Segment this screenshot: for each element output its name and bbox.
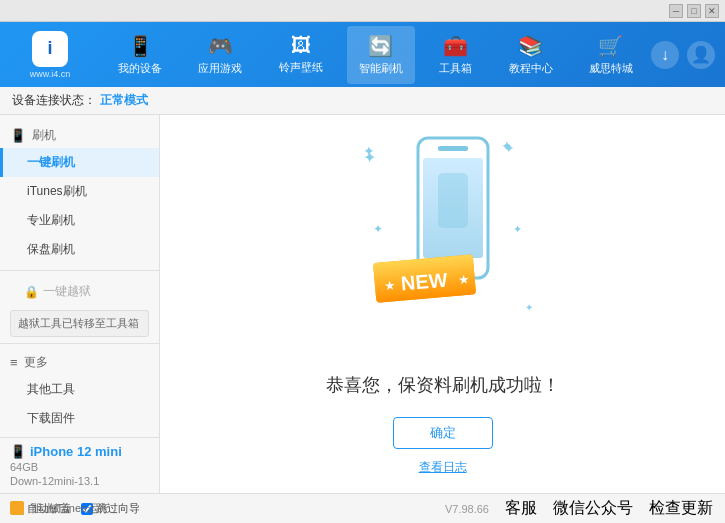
user-button[interactable]: 👤	[687, 41, 715, 69]
device-info: 📱 iPhone 12 mini 64GB Down-12mini-13.1	[0, 438, 160, 493]
svg-text:✦: ✦	[513, 223, 522, 235]
sidebar-bottom: 📱 iPhone 12 mini 64GB Down-12mini-13.1	[0, 437, 160, 493]
footer-link-update[interactable]: 检查更新	[649, 498, 713, 519]
download-firmware-label: 下载固件	[27, 411, 75, 425]
flash-group-icon: 📱	[10, 128, 26, 143]
divider-2	[0, 343, 159, 344]
logo-url: www.i4.cn	[30, 69, 71, 79]
phone-illustration: ✦ ✦ ✦	[343, 133, 543, 353]
sidebar-item-one-key-flash[interactable]: 一键刷机	[0, 148, 159, 177]
nav-label-my-device: 我的设备	[118, 61, 162, 76]
svg-rect-4	[438, 173, 468, 228]
pro-flash-label: 专业刷机	[27, 213, 75, 227]
one-key-flash-label: 一键刷机	[27, 155, 75, 169]
logo-icon: i	[32, 31, 68, 67]
mall-icon: 🛒	[598, 34, 623, 58]
logo[interactable]: i www.i4.cn	[10, 31, 90, 79]
version-text: V7.98.66	[445, 503, 489, 515]
jailbreak-notice-text: 越狱工具已转移至工具箱	[18, 317, 139, 329]
phone-icon: 📱	[128, 34, 153, 58]
logo-letter: i	[47, 38, 52, 59]
more-group-label: 更多	[24, 354, 48, 371]
itunes-running: 阻止iTunes运行	[0, 493, 109, 523]
success-message: 恭喜您，保资料刷机成功啦！	[326, 373, 560, 397]
status-value: 正常模式	[100, 92, 148, 109]
log-link[interactable]: 查看日志	[419, 459, 467, 476]
content-area: ✦ ✦ ✦	[160, 115, 725, 493]
window-controls[interactable]: ─ □ ✕	[669, 4, 719, 18]
sidebar-item-itunes-flash[interactable]: iTunes刷机	[0, 177, 159, 206]
header: i www.i4.cn 📱 我的设备 🎮 应用游戏 🖼 铃声壁纸 🔄 智能刷机 …	[0, 22, 725, 87]
nav-item-mall[interactable]: 🛒 威思特城	[577, 26, 645, 84]
divider-1	[0, 270, 159, 271]
close-button[interactable]: ✕	[705, 4, 719, 18]
svg-text:NEW: NEW	[399, 268, 448, 294]
sparkle-2: ✦	[501, 138, 513, 154]
sidebar-item-pro-flash[interactable]: 专业刷机	[0, 206, 159, 235]
nav-label-tutorial: 教程中心	[509, 61, 553, 76]
nav-item-ringtone-wallpaper[interactable]: 🖼 铃声壁纸	[267, 26, 335, 84]
maximize-button[interactable]: □	[687, 4, 701, 18]
nav-bar: 📱 我的设备 🎮 应用游戏 🖼 铃声壁纸 🔄 智能刷机 🧰 工具箱 📚 教程中心	[100, 26, 651, 84]
device-version: Down-12mini-13.1	[10, 475, 150, 487]
sidebar-group-jailbreak: 🔒 一键越狱	[0, 277, 159, 306]
nav-label-toolbox: 工具箱	[439, 61, 472, 76]
sidebar: 📱 刷机 一键刷机 iTunes刷机 专业刷机 保盘刷机 🔒 一键越狱 越狱工具…	[0, 115, 160, 493]
apps-icon: 🎮	[208, 34, 233, 58]
nav-item-smart-flash[interactable]: 🔄 智能刷机	[347, 26, 415, 84]
save-flash-label: 保盘刷机	[27, 242, 75, 256]
ringtone-icon: 🖼	[291, 34, 311, 57]
toolbox-icon: 🧰	[443, 34, 468, 58]
nav-item-tutorial[interactable]: 📚 教程中心	[497, 26, 565, 84]
flash-icon: 🔄	[368, 34, 393, 58]
other-tools-label: 其他工具	[27, 382, 75, 396]
device-name: 📱 iPhone 12 mini	[10, 444, 150, 459]
jailbreak-notice: 越狱工具已转移至工具箱	[10, 310, 149, 337]
sidebar-item-download-firmware[interactable]: 下载固件	[0, 404, 159, 433]
sidebar-item-other-tools[interactable]: 其他工具	[0, 375, 159, 404]
itunes-icon	[10, 501, 24, 515]
footer-link-wechat[interactable]: 微信公众号	[553, 498, 633, 519]
phone-svg: ★ NEW ★ ✦ ✦ ✦ ✦	[343, 133, 543, 353]
itunes-flash-label: iTunes刷机	[27, 184, 87, 198]
bottom-footer: 自动敏盖 跳过向导 阻止iTunes运行 V7.98.66 客服 微信公众号 检…	[0, 493, 725, 523]
sparkle-3: ✦	[525, 302, 533, 313]
sparkle-1: ✦	[363, 143, 375, 159]
sidebar-group-flash[interactable]: 📱 刷机	[0, 123, 159, 148]
nav-label-apps-games: 应用游戏	[198, 61, 242, 76]
main-layout: 📱 刷机 一键刷机 iTunes刷机 专业刷机 保盘刷机 🔒 一键越狱 越狱工具…	[0, 115, 725, 493]
lock-icon: 🔒	[24, 285, 39, 299]
nav-label-ringtone: 铃声壁纸	[279, 60, 323, 75]
minimize-button[interactable]: ─	[669, 4, 683, 18]
status-bar: 设备连接状态： 正常模式	[0, 87, 725, 115]
nav-label-mall: 威思特城	[589, 61, 633, 76]
header-right: ↓ 👤	[651, 41, 715, 69]
itunes-label: 阻止iTunes运行	[32, 501, 109, 516]
more-group-icon: ≡	[10, 355, 18, 370]
nav-label-smart-flash: 智能刷机	[359, 61, 403, 76]
nav-item-toolbox[interactable]: 🧰 工具箱	[427, 26, 484, 84]
footer-link-service[interactable]: 客服	[505, 498, 537, 519]
device-storage: 64GB	[10, 461, 150, 473]
jailbreak-group-label: 一键越狱	[43, 283, 91, 300]
download-button[interactable]: ↓	[651, 41, 679, 69]
device-icon: 📱	[10, 444, 26, 459]
nav-item-apps-games[interactable]: 🎮 应用游戏	[186, 26, 254, 84]
title-bar: ─ □ ✕	[0, 0, 725, 22]
svg-rect-1	[438, 146, 468, 151]
status-label: 设备连接状态：	[12, 92, 96, 109]
confirm-button[interactable]: 确定	[393, 417, 493, 449]
flash-group-label: 刷机	[32, 127, 56, 144]
tutorial-icon: 📚	[518, 34, 543, 58]
sidebar-group-more[interactable]: ≡ 更多	[0, 350, 159, 375]
sidebar-item-save-flash[interactable]: 保盘刷机	[0, 235, 159, 264]
svg-text:✦: ✦	[373, 222, 383, 236]
nav-item-my-device[interactable]: 📱 我的设备	[106, 26, 174, 84]
